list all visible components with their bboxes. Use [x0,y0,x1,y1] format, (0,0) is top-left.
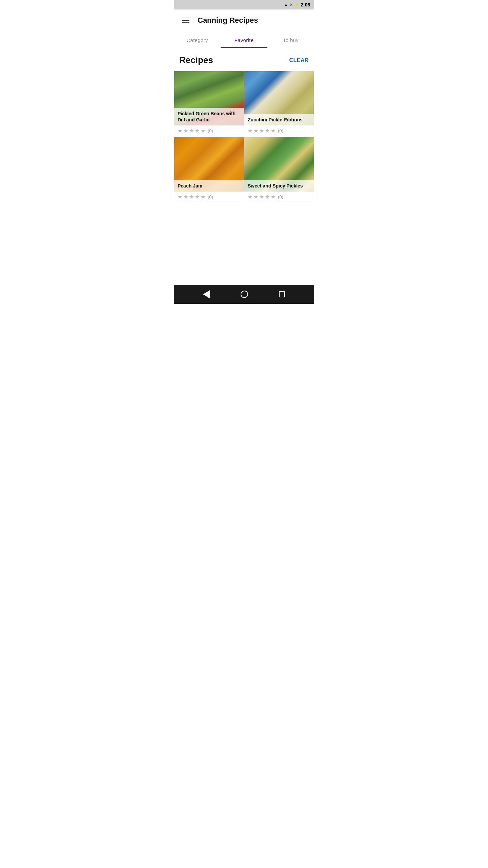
hamburger-line-1 [182,18,189,18]
recipe-card-2[interactable]: Zucchini Pickle Ribbons ★ ★ ★ ★ ★ (0) [244,71,314,137]
recipe-rating-4: ★ ★ ★ ★ ★ (0) [244,192,314,203]
recipe-name-1: Pickled Green Beans with Dill and Garlic [178,111,236,122]
star-3-2: ★ [183,194,188,200]
recipe-card-3[interactable]: Peach Jam ★ ★ ★ ★ ★ (0) [174,137,244,203]
content-spacer [174,247,314,285]
tab-favorite[interactable]: Favorite [221,31,267,48]
status-bar: ▲ ✕ ⚡ 2:06 [174,0,314,9]
wifi-icon: ▲ [284,2,288,7]
nav-recent-button[interactable] [279,291,285,297]
star-3-3: ★ [189,194,194,200]
clear-button[interactable]: CLEAR [289,57,309,63]
app-bar: Canning Recipes [174,9,314,31]
recipe-grid: Pickled Green Beans with Dill and Garlic… [174,71,314,209]
back-icon [203,290,210,298]
status-icons: ▲ ✕ ⚡ 2:06 [284,2,310,7]
star-1-1: ★ [178,127,182,134]
recipes-section-title: Recipes [179,55,213,65]
main-content: Recipes CLEAR Pickled Green Beans with D… [174,48,314,247]
recipe-image-3: Peach Jam [174,137,244,192]
signal-icon: ✕ [289,2,293,7]
star-1-2: ★ [183,127,188,134]
star-4-4: ★ [265,194,270,200]
recipe-rating-3: ★ ★ ★ ★ ★ (0) [174,192,244,203]
recipe-image-2: Zucchini Pickle Ribbons [244,71,314,125]
hamburger-menu-button[interactable] [179,15,192,26]
recipe-image-1: Pickled Green Beans with Dill and Garlic [174,71,244,125]
recipe-rating-2: ★ ★ ★ ★ ★ (0) [244,125,314,137]
app-title: Canning Recipes [198,16,258,25]
star-3-1: ★ [178,194,182,200]
recipe-card-1[interactable]: Pickled Green Beans with Dill and Garlic… [174,71,244,137]
star-1-5: ★ [201,127,205,134]
star-2-5: ★ [271,127,276,134]
recipe-label-overlay-4: Sweet and Spicy Pickles [244,180,314,192]
recipe-name-3: Peach Jam [178,183,202,189]
recipe-name-4: Sweet and Spicy Pickles [248,183,303,189]
star-2-4: ★ [265,127,270,134]
star-2-1: ★ [248,127,252,134]
bottom-nav-bar [174,285,314,304]
star-3-4: ★ [195,194,200,200]
recent-icon [279,291,285,297]
status-time: 2:06 [301,2,310,7]
battery-icon: ⚡ [294,2,299,7]
star-4-1: ★ [248,194,252,200]
rating-count-1: (0) [208,128,213,133]
star-1-4: ★ [195,127,200,134]
home-icon [241,291,248,298]
recipe-image-4: Sweet and Spicy Pickles [244,137,314,192]
rating-count-2: (0) [278,128,283,133]
star-3-5: ★ [201,194,205,200]
recipe-label-overlay-2: Zucchini Pickle Ribbons [244,114,314,125]
star-2-3: ★ [259,127,264,134]
recipe-label-overlay-3: Peach Jam [174,180,244,192]
recipe-card-4[interactable]: Sweet and Spicy Pickles ★ ★ ★ ★ ★ (0) [244,137,314,203]
star-4-5: ★ [271,194,276,200]
star-1-3: ★ [189,127,194,134]
rating-count-4: (0) [278,194,283,199]
recipes-header: Recipes CLEAR [174,48,314,71]
hamburger-line-3 [182,22,189,23]
star-2-2: ★ [253,127,258,134]
tab-tobuy[interactable]: To buy [267,31,314,48]
nav-home-button[interactable] [241,291,248,298]
hamburger-line-2 [182,20,189,21]
recipe-rating-1: ★ ★ ★ ★ ★ (0) [174,125,244,137]
recipe-name-2: Zucchini Pickle Ribbons [248,117,303,122]
rating-count-3: (0) [208,194,213,199]
star-4-2: ★ [253,194,258,200]
tab-category[interactable]: Category [174,31,221,48]
tabs-container: Category Favorite To buy [174,31,314,48]
nav-back-button[interactable] [203,290,210,298]
star-4-3: ★ [259,194,264,200]
recipe-label-overlay-1: Pickled Green Beans with Dill and Garlic [174,108,244,125]
